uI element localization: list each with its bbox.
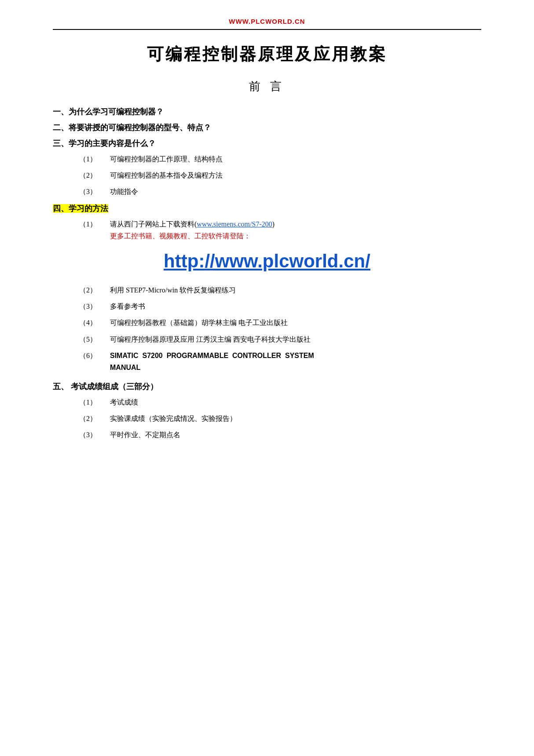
section-1: 一、为什么学习可编程控制器？ (53, 106, 481, 117)
item-num: （3） (79, 300, 110, 312)
siemens-link[interactable]: www.siemens.com/S7-200 (197, 220, 272, 228)
item-num: （5） (79, 333, 110, 345)
item-num: （2） (79, 284, 110, 296)
red-text: 更多工控书籍、视频教程、工控软件请登陆： (110, 232, 251, 240)
item-num: （3） (79, 186, 110, 197)
section-2-heading: 二、将要讲授的可编程控制器的型号、特点？ (53, 122, 481, 133)
list-item: （5） 可编程序控制器原理及应用 江秀汉主编 西安电子科技大学出版社 (79, 333, 481, 345)
item-content: 功能指令 (110, 186, 481, 197)
list-item: （4） 可编程控制器教程（基础篇）胡学林主编 电子工业出版社 (79, 317, 481, 329)
item-num: （4） (79, 317, 110, 329)
header-bar: WWW.PLCWORLD.CN (53, 13, 481, 30)
item-content: 可编程序控制器原理及应用 江秀汉主编 西安电子科技大学出版社 (110, 333, 481, 345)
item-num: （1） (79, 153, 110, 165)
section-5: 五、 考试成绩组成（三部分） （1） 考试成绩 （2） 实验课成绩（实验完成情况… (53, 381, 481, 441)
text-after: ) (272, 220, 274, 228)
item-content-bold: SIMATIC S7200 PROGRAMMABLE CONTROLLER SY… (110, 350, 481, 373)
list-item: （2） 利用 STEP7-Micro/win 软件反复编程练习 (79, 284, 481, 296)
item-content: 可编程控制器的工作原理、结构特点 (110, 153, 481, 165)
section-3-heading: 三、学习的主要内容是什么？ (53, 138, 481, 149)
list-item: （1） 考试成绩 (79, 396, 481, 408)
list-item: （3） 多看参考书 (79, 300, 481, 312)
section-5-heading: 五、 考试成绩组成（三部分） (53, 381, 481, 392)
item-content: 实验课成绩（实验完成情况、实验报告） (110, 413, 481, 424)
section-4-heading-text: 四、学习的方法 (53, 204, 108, 213)
list-item: （1） 可编程控制器的工作原理、结构特点 (79, 153, 481, 165)
item-content: 请从西门子网站上下载资料(www.siemens.com/S7-200) 更多工… (110, 218, 481, 242)
section-4: 四、学习的方法 （1） 请从西门子网站上下载资料(www.siemens.com… (53, 203, 481, 374)
subtitle: 前 言 (53, 79, 481, 94)
item-num: （1） (79, 218, 110, 242)
section-3: 三、学习的主要内容是什么？ （1） 可编程控制器的工作原理、结构特点 （2） 可… (53, 138, 481, 198)
big-link[interactable]: http://www.plcworld.cn/ (53, 251, 481, 272)
section-4-heading: 四、学习的方法 (53, 203, 481, 214)
list-item-bold: （6） SIMATIC S7200 PROGRAMMABLE CONTROLLE… (79, 350, 481, 373)
text-before: 请从西门子网站上下载资料( (110, 220, 197, 228)
list-item: （3） 功能指令 (79, 186, 481, 197)
item-num: （3） (79, 429, 110, 441)
item-content: 利用 STEP7-Micro/win 软件反复编程练习 (110, 284, 481, 296)
item-num: （2） (79, 413, 110, 424)
list-item: （3） 平时作业、不定期点名 (79, 429, 481, 441)
plcworld-link[interactable]: http://www.plcworld.cn/ (164, 251, 370, 271)
item-num: （2） (79, 169, 110, 181)
header-url: WWW.PLCWORLD.CN (229, 18, 305, 25)
item-num: （1） (79, 396, 110, 408)
item-content: 平时作业、不定期点名 (110, 429, 481, 441)
item-content: 多看参考书 (110, 300, 481, 312)
page: WWW.PLCWORLD.CN 可编程控制器原理及应用教案 前 言 一、为什么学… (0, 0, 534, 756)
item-content: 可编程控制器教程（基础篇）胡学林主编 电子工业出版社 (110, 317, 481, 329)
section-2: 二、将要讲授的可编程控制器的型号、特点？ (53, 122, 481, 133)
item-content: 考试成绩 (110, 396, 481, 408)
list-item: （2） 可编程控制器的基本指令及编程方法 (79, 169, 481, 181)
section-1-heading: 一、为什么学习可编程控制器？ (53, 106, 481, 117)
list-item: （2） 实验课成绩（实验完成情况、实验报告） (79, 413, 481, 424)
list-item-link: （1） 请从西门子网站上下载资料(www.siemens.com/S7-200)… (79, 218, 481, 242)
item-content: 可编程控制器的基本指令及编程方法 (110, 169, 481, 181)
item-num: （6） (79, 350, 110, 373)
main-title: 可编程控制器原理及应用教案 (53, 43, 481, 66)
